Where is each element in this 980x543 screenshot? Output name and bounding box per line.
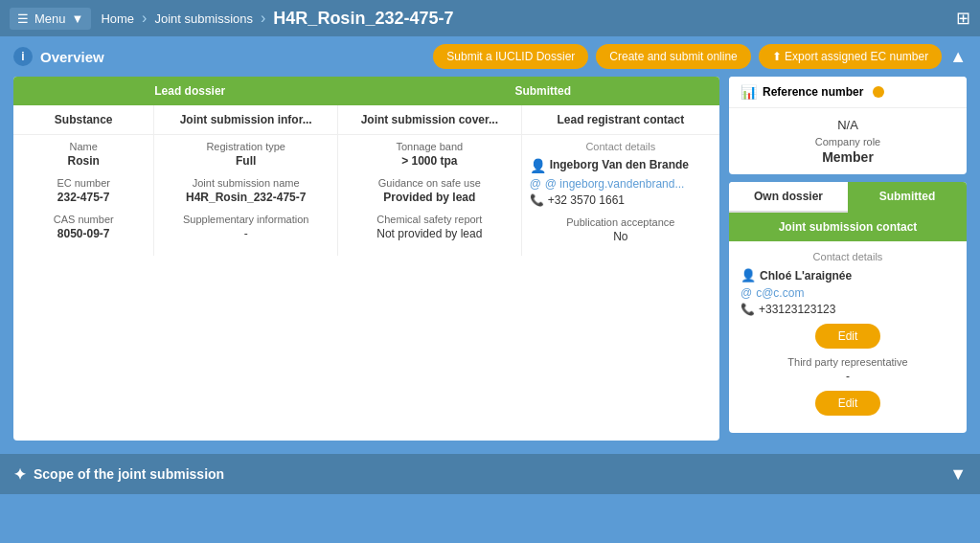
cas-value: 8050-09-7 [21, 227, 146, 240]
reg-type-value: Full [162, 154, 330, 168]
nav-separator-2: › [261, 10, 265, 27]
scope-icon: ✦ [13, 465, 26, 484]
overview-bar: i Overview Submit a IUCLID Dossier Creat… [0, 36, 980, 77]
edit-btn-row-2: Edit [741, 391, 955, 416]
tonnage-label: Tonnage band [346, 141, 513, 152]
column-headers: Substance Joint submission infor... Join… [13, 105, 719, 135]
menu-button[interactable]: ☰ Menu ▼ [10, 8, 91, 30]
csr-label: Chemical safety report [346, 214, 513, 225]
data-body: Name Rosin EC number 232-475-7 CAS numbe… [13, 135, 719, 256]
right-panel: 📊 Reference number N/A Company role Memb… [729, 77, 967, 441]
col-header-joint-info: Joint submission infor... [154, 105, 338, 134]
cas-label: CAS number [21, 214, 146, 225]
jc-person-icon: 👤 [741, 268, 756, 283]
submit-iuclid-button[interactable]: Submit a IUCLID Dossier [433, 44, 588, 69]
ref-number-header: 📊 Reference number [729, 77, 967, 108]
main-content: Lead dossier Submitted Substance Joint s… [0, 77, 980, 450]
edit-button-2[interactable]: Edit [815, 391, 881, 416]
overview-actions: Submit a IUCLID Dossier Create and submi… [433, 44, 967, 69]
contact-phone-row: 📞 +32 3570 1661 [530, 193, 712, 207]
tonnage-value: > 1000 tpa [346, 154, 513, 168]
left-panel: Lead dossier Submitted Substance Joint s… [13, 77, 719, 441]
contact-name-row: 👤 Ingeborg Van den Brande [530, 158, 712, 173]
joint-contact-header: Joint submission contact [729, 213, 967, 241]
collapse-button[interactable]: ▲ [949, 47, 967, 67]
tab-lead-dossier[interactable]: Lead dossier [13, 77, 367, 105]
export-icon: ⬆ [772, 50, 785, 63]
edit-button-1[interactable]: Edit [815, 324, 881, 349]
ref-content: N/A Company role Member [729, 108, 967, 174]
overview-label: Overview [40, 49, 104, 65]
csr-value: Not provided by lead [346, 227, 513, 240]
nav-separator: › [142, 10, 147, 27]
supp-value: - [162, 227, 330, 240]
joint-submissions-link[interactable]: Joint submissions [154, 11, 253, 26]
jc-name-text: Chloé L'araignée [760, 269, 852, 283]
contact-name: Ingeborg Van den Brande [550, 158, 689, 171]
jc-contact-label: Contact details [741, 251, 955, 262]
lead-contact-cell: Contact details 👤 Ingeborg Van den Brand… [522, 135, 719, 256]
col-header-substance: Substance [13, 105, 154, 134]
joint-info-cell: Registration type Full Joint submission … [154, 135, 338, 256]
pub-value: No [530, 230, 712, 243]
ec-value: 232-475-7 [21, 191, 146, 204]
export-ec-button[interactable]: ⬆ Export assigned EC number [759, 44, 942, 69]
menu-chevron-icon: ▼ [72, 11, 84, 26]
reg-type-label: Registration type [162, 141, 330, 152]
third-party-value: - [741, 370, 955, 383]
ec-label: EC number [21, 177, 146, 189]
chart-icon: 📊 [741, 84, 757, 100]
jc-name-row: 👤 Chloé L'araignée [741, 268, 955, 283]
ref-na-value: N/A [741, 118, 955, 132]
contact-email-text[interactable]: @ ingeborg.vandenbrand... [545, 177, 685, 191]
edit-btn-row-1: Edit [741, 324, 955, 349]
tab-submitted[interactable]: Submitted [367, 77, 720, 105]
info-icon: i [13, 47, 33, 66]
contact-phone-text: +32 3570 1661 [548, 193, 625, 207]
name-value: Rosin [21, 154, 146, 168]
jc-email-text[interactable]: c@c.com [756, 286, 804, 300]
guidance-value: Provided by lead [346, 191, 513, 204]
hamburger-icon: ☰ [17, 11, 29, 26]
col-header-lead-contact: Lead registrant contact [522, 105, 719, 134]
joint-cover-cell: Tonnage band > 1000 tpa Guidance on safe… [338, 135, 522, 256]
joint-name-label: Joint submission name [162, 177, 330, 189]
third-party-label: Third party representative [741, 356, 955, 368]
jc-at-icon: @ [741, 286, 752, 300]
jc-phone-text: +33123123123 [759, 303, 835, 316]
joint-contact-body: Contact details 👤 Chloé L'araignée @ c@c… [729, 241, 967, 433]
tab-own-submitted[interactable]: Submitted [848, 182, 967, 213]
supp-label: Supplementary information [162, 214, 330, 225]
page-title: H4R_Rosin_232-475-7 [273, 9, 453, 29]
substance-cell: Name Rosin EC number 232-475-7 CAS numbe… [13, 135, 154, 256]
reference-number-card: 📊 Reference number N/A Company role Memb… [729, 77, 967, 174]
menu-label: Menu [34, 11, 66, 26]
company-role-label: Company role [741, 136, 955, 147]
grid-icon[interactable]: ⊞ [956, 8, 970, 29]
tab-row: Lead dossier Submitted [13, 77, 719, 105]
tab-own-dossier[interactable]: Own dossier [729, 182, 848, 213]
person-icon: 👤 [530, 158, 546, 173]
warning-indicator [873, 86, 884, 98]
ref-number-label: Reference number [763, 85, 863, 99]
bottom-chevron-icon[interactable]: ▼ [949, 464, 967, 485]
jc-phone-icon: 📞 [741, 303, 755, 316]
scope-label: Scope of the joint submission [34, 466, 224, 482]
bottom-bar: ✦ Scope of the joint submission ▼ [0, 454, 980, 494]
guidance-label: Guidance on safe use [346, 177, 513, 189]
jc-phone-row: 📞 +33123123123 [741, 303, 955, 316]
create-submit-button[interactable]: Create and submit online [596, 44, 750, 69]
phone-icon: 📞 [530, 193, 544, 207]
own-dossier-tab-row: Own dossier Submitted [729, 182, 967, 213]
contact-details-label: Contact details [530, 141, 712, 152]
home-link[interactable]: Home [101, 11, 134, 26]
jc-email-row: @ c@c.com [741, 286, 955, 300]
col-header-joint-cover: Joint submission cover... [338, 105, 522, 134]
joint-name-value: H4R_Rosin_232-475-7 [162, 191, 330, 204]
top-navigation: ☰ Menu ▼ Home › Joint submissions › H4R_… [0, 0, 980, 36]
company-role-value: Member [741, 149, 955, 165]
contact-email-row: @ @ ingeborg.vandenbrand... [530, 177, 712, 191]
name-label: Name [21, 141, 146, 152]
pub-label: Publication acceptance [530, 216, 712, 228]
own-dossier-card: Own dossier Submitted Joint submission c… [729, 182, 967, 433]
